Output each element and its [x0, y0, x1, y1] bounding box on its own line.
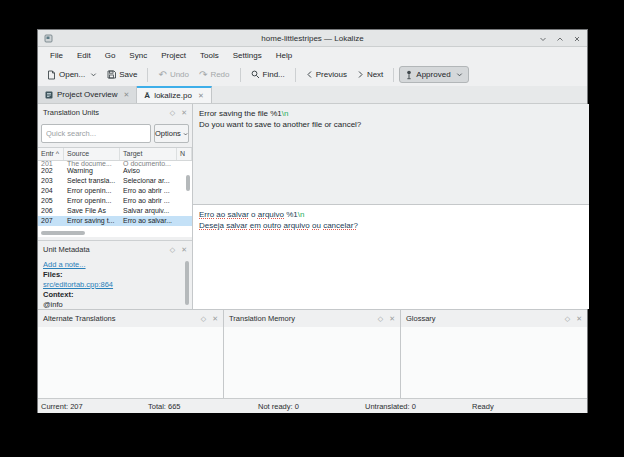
float-panel-icon[interactable]: ◇ — [201, 315, 206, 323]
save-button[interactable]: Save — [102, 66, 142, 83]
menu-project[interactable]: Project — [154, 49, 193, 62]
target-word: Erro — [199, 210, 214, 219]
table-cell: Salvar arquiv... — [120, 206, 177, 216]
chevron-left-icon — [306, 70, 313, 79]
file-link[interactable]: src/editortab.cpp:864 — [43, 280, 113, 289]
close-panel-icon[interactable]: ✕ — [181, 246, 187, 254]
unit-metadata-body: Add a note... Files: src/editortab.cpp:8… — [38, 258, 192, 310]
newline-token: \n — [282, 109, 289, 118]
float-panel-icon[interactable]: ◇ — [170, 109, 175, 117]
table-cell: Save File As — [64, 206, 120, 216]
translation-memory-panel: Translation Memory ◇✕ — [223, 310, 400, 398]
table-row[interactable]: 207Error saving t...Erro ao salvar... — [38, 216, 192, 226]
target-word: outro — [263, 221, 281, 230]
redo-button[interactable]: ↷ Redo — [194, 66, 235, 83]
left-column: Translation Units ◇ ✕ Options Entr ^ Sou… — [38, 104, 192, 309]
save-icon — [107, 70, 116, 79]
chevron-down-icon — [456, 71, 463, 78]
unit-metadata-header: Unit Metadata ◇ ✕ — [38, 241, 192, 258]
source-line1: Error saving the file %1 — [199, 109, 282, 118]
next-button[interactable]: Next — [352, 66, 388, 83]
menu-help[interactable]: Help — [269, 49, 299, 62]
maximize-button[interactable] — [556, 35, 564, 43]
menu-sync[interactable]: Sync — [122, 49, 154, 62]
table-row[interactable]: 206Save File AsSalvar arquiv... — [38, 206, 192, 216]
target-word: salvar — [228, 210, 249, 219]
open-button[interactable]: Open... — [42, 66, 102, 83]
table-cell: 207 — [38, 216, 64, 226]
menu-tools[interactable]: Tools — [193, 49, 226, 62]
close-panel-icon[interactable]: ✕ — [389, 315, 395, 323]
status-current: Current: 207 — [41, 402, 83, 411]
chevron-down-icon — [183, 131, 188, 137]
close-button[interactable] — [573, 35, 581, 43]
table-cell: 203 — [38, 176, 64, 186]
close-tab-icon[interactable]: ✕ — [123, 91, 129, 99]
target-word: salvar — [226, 221, 247, 230]
menu-settings[interactable]: Settings — [226, 49, 269, 62]
vertical-scrollbar-thumb[interactable] — [186, 175, 190, 191]
table-row[interactable]: 203Select transla...Selecionar ar... — [38, 176, 192, 186]
target-text-editor[interactable]: Erro ao salvar o arquivo %1\n Deseja sal… — [193, 205, 589, 309]
horizontal-scrollbar-thumb[interactable] — [41, 231, 85, 235]
tab-lokalize-po[interactable]: Ā lokalize.po ✕ — [137, 86, 211, 103]
files-label: Files: — [43, 270, 187, 280]
quick-search-input[interactable] — [41, 124, 151, 143]
minimize-button[interactable] — [539, 35, 547, 43]
lokalize-window: home-littlestripes — Lokalize File Edit … — [37, 29, 588, 413]
close-tab-icon[interactable]: ✕ — [198, 92, 204, 100]
menu-bar: File Edit Go Sync Project Tools Settings… — [38, 47, 587, 63]
table-cell: 204 — [38, 186, 64, 196]
table-cell: 202 — [38, 166, 64, 176]
column-source[interactable]: Source — [64, 148, 120, 160]
chevron-down-icon — [90, 71, 97, 78]
status-total: Total: 665 — [148, 402, 181, 411]
column-notes[interactable]: N — [177, 148, 192, 160]
project-overview-icon — [45, 91, 53, 99]
table-row[interactable]: 205Error openin...Erro ao abrir ... — [38, 196, 192, 206]
float-panel-icon[interactable]: ◇ — [378, 315, 383, 323]
app-icon — [44, 34, 53, 45]
float-panel-icon[interactable]: ◇ — [565, 315, 570, 323]
undo-button[interactable]: ↶ Undo — [153, 66, 194, 83]
alternate-translations-panel: Alternate Translations ◇✕ — [38, 310, 223, 398]
target-word: o — [251, 210, 255, 219]
table-cell: Error openin... — [64, 186, 120, 196]
chevron-right-icon — [357, 70, 364, 79]
context-label: Context: — [43, 290, 187, 300]
title-bar[interactable]: home-littlestripes — Lokalize — [38, 30, 587, 47]
column-entry[interactable]: Entr ^ — [38, 148, 64, 160]
close-panel-icon[interactable]: ✕ — [576, 315, 582, 323]
table-row[interactable]: 204Error openin...Erro ao abrir ... — [38, 186, 192, 196]
table-cell: Selecionar ar... — [120, 176, 177, 186]
panel-body — [224, 327, 400, 398]
target-line1-words: Erro ao salvar o arquivo %1 — [199, 210, 298, 219]
table-cell: Error saving t... — [64, 216, 120, 226]
close-panel-icon[interactable]: ✕ — [181, 109, 187, 117]
target-word: em — [250, 221, 261, 230]
vertical-scrollbar-thumb[interactable] — [185, 261, 189, 305]
menu-file[interactable]: File — [43, 49, 70, 62]
status-untranslated: Untranslated: 0 — [365, 402, 416, 411]
tab-project-overview[interactable]: Project Overview ✕ — [38, 86, 137, 103]
menu-go[interactable]: Go — [98, 49, 123, 62]
search-icon — [251, 70, 260, 79]
find-button[interactable]: Find... — [246, 66, 290, 83]
panel-title: Glossary — [406, 314, 565, 323]
table-row[interactable]: 202WarningAviso — [38, 166, 192, 176]
column-target[interactable]: Target — [120, 148, 177, 160]
menu-edit[interactable]: Edit — [70, 49, 98, 62]
options-button[interactable]: Options — [154, 124, 189, 143]
add-note-link[interactable]: Add a note... — [43, 260, 86, 269]
approved-lamp-icon — [405, 70, 413, 80]
target-word: ao — [216, 210, 225, 219]
table-cell: 205 — [38, 196, 64, 206]
approved-button[interactable]: Approved — [399, 66, 468, 83]
previous-button[interactable]: Previous — [301, 66, 352, 83]
document-icon — [47, 70, 56, 80]
close-panel-icon[interactable]: ✕ — [212, 315, 218, 323]
table-cell — [177, 216, 192, 226]
source-text-view[interactable]: Error saving the file %1\n Do you want t… — [193, 104, 589, 205]
table-cell — [177, 206, 192, 216]
float-panel-icon[interactable]: ◇ — [170, 246, 175, 254]
